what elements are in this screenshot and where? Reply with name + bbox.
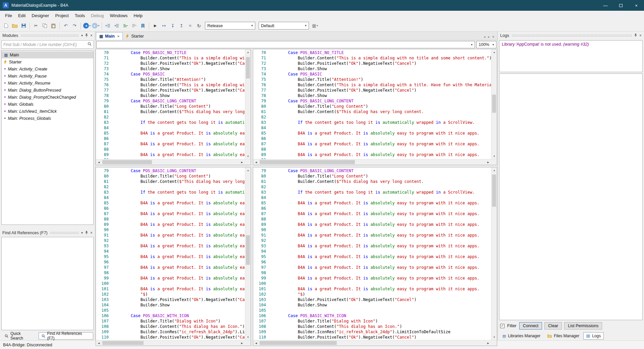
filter-checkbox[interactable]: ✓ [500,324,504,328]
minimize-button[interactable]: — [598,0,613,11]
vertical-scrollbar[interactable]: ▲ ▼ [245,167,251,340]
editor-tab-starter[interactable]: Starter [123,32,147,40]
build-configuration-select[interactable]: Release ▼ [205,22,255,30]
code-text[interactable]: Case POS_BASIC_LONG_CONTENT Builder.Titl… [269,167,491,340]
module-list-item-starter[interactable]: Starter [2,58,93,65]
code-text[interactable]: Case POS_BASIC_NO_TITLE Builder.Content(… [111,49,245,159]
close-tab-icon[interactable]: × [117,34,119,38]
menu-edit[interactable]: Edit [15,12,29,19]
menu-help[interactable]: Help [130,12,146,19]
copy-icon[interactable] [41,22,49,30]
uncomment-icon[interactable] [130,22,138,30]
pin-icon[interactable] [85,231,88,235]
list-permissions-button[interactable]: List Permissions [564,322,602,330]
panel-tab-files-manager[interactable]: Files Manager [544,332,582,340]
horizontal-scrollbar[interactable]: ◀ ▶ [253,159,497,165]
profile-select[interactable]: Default ▼ [259,22,309,30]
vertical-scrollbar[interactable]: ▲ ▼ [245,49,251,159]
zoom-select[interactable]: 100% ▼ [476,41,496,48]
scroll-up-icon[interactable]: ▲ [245,49,251,55]
panel-tab-logs[interactable]: Logs [583,332,604,340]
connect-button[interactable]: Connect [519,322,542,330]
code-text[interactable]: Case POS_BASIC_NO_TITLE Builder.Content(… [269,49,491,159]
rebuild-icon[interactable]: ↻ [195,22,203,30]
undo-icon[interactable]: ↶ [62,22,70,30]
module-list-item-main[interactable]: ▦Main [2,51,93,58]
scroll-right-icon[interactable]: ▶ [485,159,491,165]
step-over-icon[interactable]: ↦ [160,22,168,30]
chevron-down-icon[interactable]: ▾ [81,231,83,235]
scroll-up-icon[interactable]: ▲ [491,167,497,173]
panel-drag-handle[interactable] [50,232,79,235]
panel-drag-handle[interactable] [512,34,632,37]
breakpoints-icon[interactable]: ≡ [186,22,194,30]
chevron-down-icon[interactable]: ▾ [81,34,83,37]
close-icon[interactable]: × [639,34,642,38]
menu-project[interactable]: Project [52,12,71,19]
comment-icon[interactable] [121,22,129,30]
save-icon[interactable] [19,22,28,30]
bookmark-icon[interactable] [139,22,147,30]
close-icon[interactable]: × [90,34,93,38]
scroll-up-icon[interactable]: ▲ [245,167,251,173]
search-input[interactable] [3,42,88,47]
scroll-left-icon[interactable]: ◀ [253,159,259,165]
step-out-icon[interactable]: ↥ [177,22,185,30]
tab-list-icon[interactable]: ▾ [492,35,494,39]
menu-windows[interactable]: Windows [107,12,131,19]
paste-icon[interactable] [49,22,57,30]
step-into-icon[interactable]: ↧ [169,22,177,30]
module-list-item-main-activity-pause[interactable]: ●Main: Activity_Pause [2,72,93,80]
tool-tab-quick-search[interactable]: Quick Search [2,332,38,340]
scroll-right-icon[interactable]: ▶ [239,159,245,165]
vertical-scrollbar[interactable]: ▲ ▼ [491,167,497,340]
tab-scroll-left-icon[interactable]: ◂ [484,35,485,39]
tool-tab-find-all-references-f7[interactable]: Find All References (F7) [39,332,94,340]
toolbar-options-icon[interactable]: ▦▾ [311,22,319,30]
module-list-item-main-listview1-itemclick[interactable]: ●Main: ListView1_ItemClick [2,108,93,115]
menu-file[interactable]: File [2,12,15,19]
redo-icon[interactable]: ↷ [70,22,78,30]
indent-icon[interactable] [113,22,121,30]
scroll-left-icon[interactable]: ◀ [253,340,259,346]
horizontal-scrollbar[interactable]: ◀ ▶ [96,340,251,346]
code-text[interactable]: Case POS_BASIC_LONG_CONTENT Builder.Titl… [111,167,245,340]
horizontal-scrollbar[interactable]: ◀ ▶ [253,340,497,346]
maximize-button[interactable] [613,0,629,11]
outdent-icon[interactable] [104,22,112,30]
scroll-left-icon[interactable]: ◀ [96,340,102,346]
module-list-item-main-process-globals[interactable]: ●Main: Process_Globals [2,115,93,122]
panel-drag-handle[interactable] [20,34,79,37]
scroll-down-icon[interactable]: ▼ [245,153,251,159]
new-file-icon[interactable] [2,22,10,30]
navigate-forward-icon[interactable]: ▶▾ [92,22,100,30]
run-icon[interactable]: ▶ [151,22,159,30]
jump-to-sub-select[interactable]: ▼ [96,41,475,48]
navigate-back-icon[interactable]: ◀▾ [83,22,91,30]
scroll-right-icon[interactable]: ▶ [239,340,245,346]
module-list-item-main-dialog-promptcheckchanged[interactable]: ●Main: Dialog_PromptCheckChanged [2,94,93,101]
editor-tab-main[interactable]: ▦Main× [96,32,123,40]
vertical-scrollbar[interactable]: ▲ ▼ [491,49,497,159]
module-list-item-main-activity-create[interactable]: ●Main: Activity_Create [2,65,93,72]
open-folder-icon[interactable] [11,22,19,30]
scroll-left-icon[interactable]: ◀ [96,159,102,165]
module-search[interactable] [1,40,94,49]
pin-icon[interactable] [85,34,88,38]
horizontal-scrollbar[interactable]: ◀ ▶ [96,159,251,165]
scroll-down-icon[interactable]: ▼ [245,334,251,340]
panel-tab-libraries-manager[interactable]: ▤Libraries Manager [499,332,543,340]
menu-tools[interactable]: Tools [72,12,88,19]
scroll-right-icon[interactable]: ▶ [485,340,491,346]
module-list-item-main-activity-resume[interactable]: ●Main: Activity_Resume [2,80,93,87]
pin-icon[interactable] [634,34,637,38]
tab-scroll-right-icon[interactable]: ▸ [488,35,490,39]
scroll-down-icon[interactable]: ▼ [491,334,497,340]
close-button[interactable]: × [629,0,644,11]
module-list-item-main-dialog-buttonpressed[interactable]: ●Main: Dialog_ButtonPressed [2,87,93,94]
close-icon[interactable]: × [90,231,93,235]
scroll-up-icon[interactable]: ▲ [491,49,497,55]
cut-icon[interactable]: ✂ [32,22,40,30]
menu-designer[interactable]: Designer [29,12,52,19]
menu-debug[interactable]: Debug [88,12,107,19]
